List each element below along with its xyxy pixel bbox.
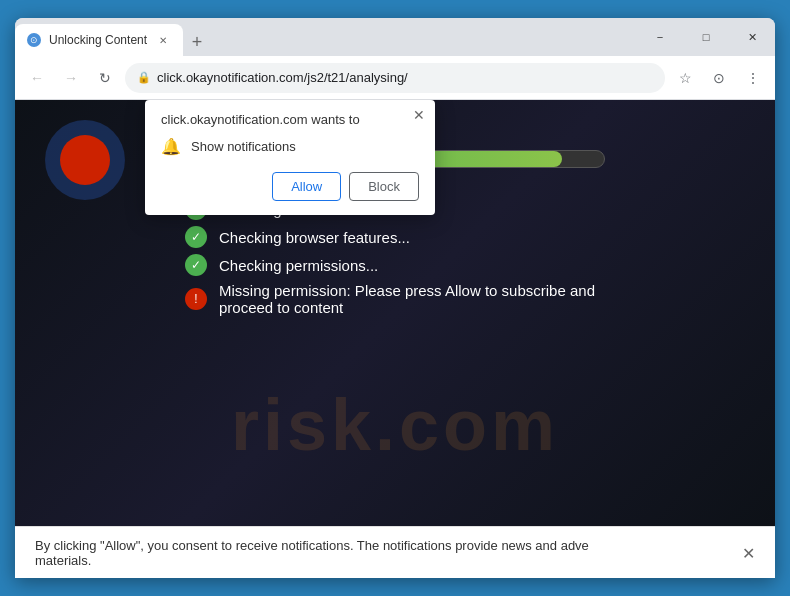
check-text-2: Checking permissions...	[219, 257, 378, 274]
tab-label: Unlocking Content	[49, 33, 147, 47]
check-text-1: Checking browser features...	[219, 229, 410, 246]
profile-icon[interactable]: ⊙	[705, 64, 733, 92]
check-item-1: ✓ Checking browser features...	[185, 226, 605, 248]
check-item-3: ! Missing permission: Please press Allow…	[185, 282, 605, 316]
popup-title: click.okaynotification.com wants to	[161, 112, 419, 127]
lock-icon: 🔒	[137, 71, 151, 84]
tab-close-button[interactable]: ✕	[155, 32, 171, 48]
bell-icon: 🔔	[161, 137, 181, 156]
minimize-button[interactable]: −	[637, 18, 683, 56]
active-tab[interactable]: ⊙ Unlocking Content ✕	[15, 24, 183, 56]
tab-bar: ⊙ Unlocking Content ✕ + − □ ✕	[15, 18, 775, 56]
check-list: ✓ Checking browser information... ✓ Chec…	[185, 198, 605, 316]
bottom-bar-text-line2: materials.	[35, 553, 755, 568]
maximize-button[interactable]: □	[683, 18, 729, 56]
check-icon-warn-3: !	[185, 288, 207, 310]
back-button[interactable]: ←	[23, 64, 51, 92]
page-content: risk.com ✕ click.okaynotification.com wa…	[15, 100, 775, 526]
navigation-bar: ← → ↻ 🔒 click.okaynotification.com/js2/t…	[15, 56, 775, 100]
check-item-2: ✓ Checking permissions...	[185, 254, 605, 276]
check-icon-green-2: ✓	[185, 254, 207, 276]
window-controls: − □ ✕	[637, 18, 775, 56]
check-icon-green-1: ✓	[185, 226, 207, 248]
block-button[interactable]: Block	[349, 172, 419, 201]
popup-permission-row: 🔔 Show notifications	[161, 137, 419, 156]
url-text: click.okaynotification.com/js2/t21/analy…	[157, 70, 653, 85]
popup-close-button[interactable]: ✕	[413, 108, 425, 122]
notification-popup: ✕ click.okaynotification.com wants to 🔔 …	[145, 100, 435, 215]
bottom-bar-text-line1: By clicking "Allow", you consent to rece…	[35, 538, 755, 553]
bottom-bar: By clicking "Allow", you consent to rece…	[15, 526, 775, 578]
browser-window: ⊙ Unlocking Content ✕ + − □ ✕ ← → ↻ 🔒 cl…	[15, 18, 775, 578]
address-bar[interactable]: 🔒 click.okaynotification.com/js2/t21/ana…	[125, 63, 665, 93]
refresh-button[interactable]: ↻	[91, 64, 119, 92]
close-window-button[interactable]: ✕	[729, 18, 775, 56]
menu-icon[interactable]: ⋮	[739, 64, 767, 92]
new-tab-button[interactable]: +	[183, 28, 211, 56]
forward-button[interactable]: →	[57, 64, 85, 92]
bookmark-icon[interactable]: ☆	[671, 64, 699, 92]
bottom-bar-close-button[interactable]: ✕	[742, 543, 755, 562]
permission-text: Show notifications	[191, 139, 296, 154]
popup-buttons: Allow Block	[161, 172, 419, 201]
tab-favicon: ⊙	[27, 33, 41, 47]
allow-button[interactable]: Allow	[272, 172, 341, 201]
check-text-3: Missing permission: Please press Allow t…	[219, 282, 605, 316]
